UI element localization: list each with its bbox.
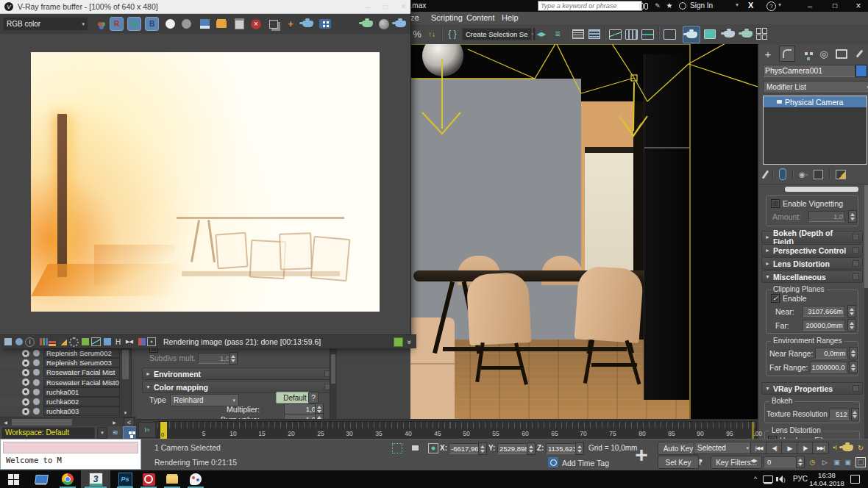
x-spinner[interactable]: [478, 442, 487, 455]
multiplier-field[interactable]: 1,0: [284, 403, 318, 415]
scrollbar-thumb[interactable]: [331, 354, 335, 384]
save-channels-icon[interactable]: [3, 337, 13, 347]
tab-create[interactable]: +: [761, 47, 775, 60]
pin-stack-icon[interactable]: [762, 170, 769, 179]
menu-scripting[interactable]: Scripting: [431, 13, 463, 22]
selection-lock-icon[interactable]: [412, 445, 419, 451]
ribbon-toggle-icon[interactable]: [664, 29, 676, 40]
schematic-view-icon[interactable]: [625, 29, 638, 40]
near-spinner[interactable]: [847, 305, 856, 317]
scroll-right-icon[interactable]: ▶: [110, 418, 118, 426]
maxscript-listener-window[interactable]: Welcome to M: [0, 439, 141, 470]
curve-editor-icon[interactable]: [609, 29, 622, 40]
far-spinner[interactable]: [847, 319, 856, 331]
absolute-mode-icon[interactable]: [428, 443, 438, 453]
stereo-sphere-icon[interactable]: [379, 19, 389, 29]
rollout-lens-distortion[interactable]: ► Lens Distortion: [761, 257, 863, 270]
amount-spinner[interactable]: [848, 210, 857, 223]
start-button[interactable]: [1, 470, 25, 488]
rollout-pin-icon[interactable]: [853, 273, 859, 280]
workspace-dropdown[interactable]: Workspace: Default: [1, 427, 95, 439]
vfb-titlebar[interactable]: V V-Ray frame buffer - [100% of 640 x 48…: [0, 0, 410, 14]
info-icon[interactable]: i: [25, 337, 35, 347]
list-item[interactable]: Rosewater Facial Mist: [0, 367, 120, 377]
mirror-icon[interactable]: ◀▶: [534, 27, 549, 40]
split-compare-icon[interactable]: [135, 337, 145, 347]
taskbar-remote-app[interactable]: [29, 470, 53, 488]
previous-frame-button[interactable]: ◀||: [766, 442, 783, 454]
help-button[interactable]: ?: [308, 392, 319, 403]
texture-resolution-field[interactable]: 512: [829, 409, 850, 420]
pixel-inspect-icon[interactable]: [146, 337, 156, 347]
vscroll-thumb[interactable]: [122, 350, 129, 379]
panel-scrollbar[interactable]: [864, 185, 868, 439]
sign-in-button[interactable]: Sign In: [690, 1, 713, 10]
go-to-end-button[interactable]: ▶▶|: [812, 442, 829, 454]
align-icon[interactable]: ≡: [550, 27, 565, 40]
isolate-selection-icon[interactable]: [392, 443, 402, 453]
object-name-field[interactable]: PhysCamera001: [763, 65, 855, 77]
object-name[interactable]: ruchka003: [43, 406, 120, 416]
object-name[interactable]: Rosewater Facial Mist001: [43, 378, 120, 387]
object-name[interactable]: Replenish Serum002: [43, 348, 120, 358]
color-swatches-icon[interactable]: [93, 18, 107, 31]
taskbar-recorder[interactable]: [137, 470, 160, 488]
layers-stack-icon[interactable]: ≋: [110, 427, 121, 438]
list-item[interactable]: ruchka002: [0, 397, 120, 406]
list-item[interactable]: Replenish Serum003: [0, 358, 120, 367]
history-icon[interactable]: H: [113, 337, 123, 347]
scene-person-icon[interactable]: ▣: [843, 457, 853, 467]
lut-icon[interactable]: [102, 337, 112, 347]
go-to-start-button[interactable]: |◀◀: [750, 442, 767, 454]
make-unique-icon[interactable]: ◉◦: [799, 171, 808, 179]
menu-content[interactable]: Content: [466, 13, 495, 22]
language-indicator[interactable]: РУС: [793, 475, 808, 483]
object-name[interactable]: Replenish Serum003: [43, 358, 120, 367]
levels-icon[interactable]: [47, 337, 57, 347]
z-spinner[interactable]: [575, 442, 584, 455]
tab-modify[interactable]: [779, 46, 795, 62]
clipping-enable-checkbox[interactable]: [771, 294, 780, 303]
rollout-environment[interactable]: ► Environment: [142, 367, 335, 380]
feedback-icon[interactable]: ✎: [653, 1, 662, 10]
settings-icon[interactable]: [69, 337, 79, 347]
rollout-pin-icon[interactable]: [853, 247, 859, 254]
selection-set-dropdown[interactable]: Create Selection Se ▾: [462, 28, 536, 40]
monochrome-icon[interactable]: [182, 19, 191, 29]
scene-list-vscrollbar[interactable]: ▼: [121, 348, 132, 417]
macro-recorder-pane[interactable]: [3, 442, 138, 453]
loop-icon[interactable]: ↻: [855, 442, 866, 453]
tray-expand-icon[interactable]: ^: [751, 474, 760, 484]
scene-list-hscrollbar[interactable]: ◀ ▶ <: [0, 417, 136, 427]
y-field[interactable]: 2529,898m: [497, 443, 530, 454]
workspace-caret-icon[interactable]: ▾: [97, 427, 107, 439]
color-correction-icon[interactable]: [36, 337, 46, 347]
listener-person-icon[interactable]: ▣: [832, 457, 842, 467]
vfb-close-button[interactable]: ×: [401, 1, 406, 12]
object-name[interactable]: ruchka001: [43, 387, 120, 397]
vfb-channel-dropdown[interactable]: RGB color ▾: [3, 17, 88, 31]
clipped-checkbox[interactable]: [149, 348, 158, 353]
speaker-icon[interactable]: ): [776, 476, 786, 483]
window-minimize-button[interactable]: –: [803, 0, 817, 11]
clock[interactable]: 16:38 14.04.2018: [809, 471, 844, 487]
vray-frame-buffer-window[interactable]: V V-Ray frame buffer - [100% of 640 x 48…: [0, 0, 411, 348]
key-selection-dropdown[interactable]: Selected ▾: [694, 442, 753, 454]
far-range-spinner[interactable]: [849, 361, 858, 373]
hscroll-thumb[interactable]: [12, 419, 72, 426]
vfb-minimize-button[interactable]: –: [366, 1, 370, 12]
amount-field[interactable]: 1,0: [808, 211, 845, 222]
object-name[interactable]: ruchka002: [43, 397, 120, 406]
clear-image-icon[interactable]: ×: [251, 19, 261, 29]
track-mouse-icon[interactable]: +: [285, 19, 296, 29]
rollout-pin-icon[interactable]: [853, 234, 859, 240]
annotate-icon[interactable]: [58, 337, 68, 347]
stamp-color-icon[interactable]: [394, 337, 403, 347]
favorites-star-icon[interactable]: ★: [665, 1, 674, 10]
current-frame-field[interactable]: 0: [764, 456, 800, 467]
set-key-button[interactable]: Set Key: [658, 456, 699, 469]
tab-motion[interactable]: ◎: [817, 47, 830, 60]
z-field[interactable]: 1135,623m: [546, 443, 578, 454]
curves-icon[interactable]: [91, 337, 101, 347]
taskbar-photoshop[interactable]: Ps: [113, 470, 137, 488]
